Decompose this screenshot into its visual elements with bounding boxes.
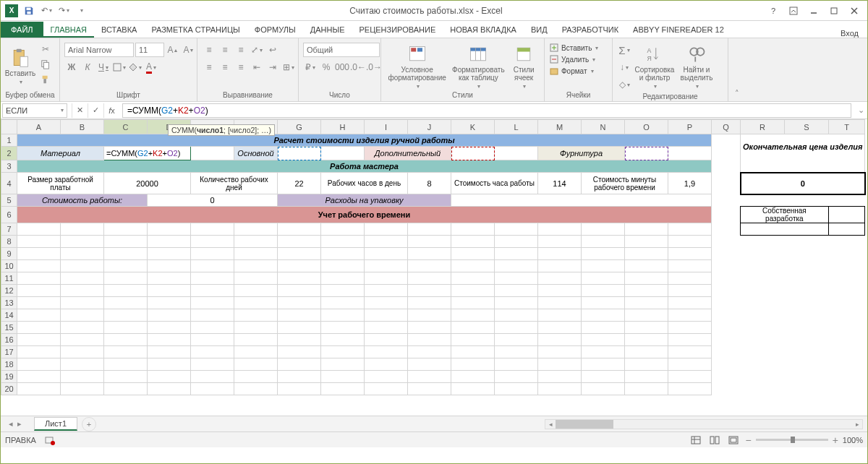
view-page-layout-icon[interactable] bbox=[707, 434, 722, 446]
cell[interactable]: Окончательная цена изделия bbox=[741, 134, 865, 160]
column-header-L[interactable]: L bbox=[495, 120, 538, 134]
cell[interactable] bbox=[538, 309, 582, 322]
cell[interactable]: 1,9 bbox=[668, 173, 712, 194]
cell[interactable]: Расчет стоимости изделия ручной работы bbox=[17, 134, 712, 147]
ribbon-tab-рецензирование[interactable]: РЕЦЕНЗИРОВАНИЕ bbox=[352, 22, 443, 38]
cell[interactable] bbox=[451, 147, 495, 160]
orientation-icon[interactable]: ⤢▾ bbox=[250, 43, 264, 57]
sheet-nav-next-icon[interactable]: ▸ bbox=[15, 419, 24, 429]
cell[interactable] bbox=[321, 223, 365, 236]
cell[interactable] bbox=[148, 236, 191, 248]
cell[interactable] bbox=[538, 334, 582, 346]
cell[interactable] bbox=[828, 272, 865, 285]
cell[interactable]: Основной bbox=[234, 147, 278, 160]
cell[interactable] bbox=[234, 358, 278, 371]
cell[interactable] bbox=[278, 272, 321, 285]
cell[interactable] bbox=[17, 309, 61, 322]
cell[interactable] bbox=[625, 358, 668, 371]
row-header-19[interactable]: 19 bbox=[1, 371, 17, 383]
column-header-N[interactable]: N bbox=[582, 120, 625, 134]
increase-decimal-icon[interactable]: .0← bbox=[351, 60, 365, 74]
cells-format-button[interactable]: Формат▾ bbox=[549, 66, 594, 76]
cell[interactable] bbox=[365, 334, 408, 346]
cell[interactable]: 0 bbox=[148, 194, 278, 207]
cell[interactable] bbox=[104, 272, 148, 285]
cell[interactable] bbox=[741, 223, 829, 236]
align-center-icon[interactable]: ≡ bbox=[218, 60, 232, 74]
cell[interactable] bbox=[104, 334, 148, 346]
cell[interactable] bbox=[828, 236, 865, 248]
cell[interactable] bbox=[538, 322, 582, 334]
cell[interactable]: Дополнительный bbox=[365, 147, 451, 160]
wrap-text-icon[interactable]: ↩ bbox=[265, 43, 280, 57]
formula-expand-icon[interactable]: ⌄ bbox=[854, 106, 867, 115]
cell[interactable] bbox=[408, 285, 451, 297]
cell[interactable]: 22 bbox=[278, 173, 321, 194]
cell[interactable] bbox=[828, 223, 865, 236]
ribbon-options-icon[interactable] bbox=[783, 3, 804, 19]
select-all-corner[interactable] bbox=[1, 120, 17, 134]
cell[interactable] bbox=[712, 194, 741, 207]
cell[interactable] bbox=[625, 236, 668, 248]
column-header-T[interactable]: T bbox=[828, 120, 865, 134]
cell[interactable] bbox=[234, 297, 278, 309]
cell[interactable] bbox=[712, 272, 741, 285]
cell[interactable] bbox=[17, 383, 61, 395]
cell[interactable] bbox=[17, 297, 61, 309]
cell[interactable] bbox=[451, 358, 495, 371]
cell[interactable] bbox=[17, 285, 61, 297]
cell[interactable] bbox=[828, 309, 865, 322]
cell[interactable] bbox=[321, 309, 365, 322]
cell[interactable] bbox=[741, 297, 785, 309]
cell[interactable] bbox=[625, 334, 668, 346]
cell[interactable] bbox=[104, 371, 148, 383]
cell[interactable] bbox=[495, 309, 538, 322]
cell[interactable] bbox=[668, 322, 712, 334]
zoom-level[interactable]: 100% bbox=[843, 436, 863, 444]
column-header-M[interactable]: M bbox=[538, 120, 582, 134]
cell[interactable] bbox=[668, 260, 712, 272]
cell[interactable] bbox=[828, 285, 865, 297]
minimize-icon[interactable] bbox=[804, 3, 824, 19]
cell[interactable] bbox=[365, 272, 408, 285]
cell[interactable] bbox=[828, 371, 865, 383]
cell[interactable] bbox=[712, 236, 741, 248]
cell[interactable] bbox=[451, 309, 495, 322]
cell[interactable] bbox=[365, 297, 408, 309]
cell[interactable] bbox=[365, 309, 408, 322]
cell[interactable] bbox=[234, 272, 278, 285]
cells-insert-button[interactable]: Вставить▾ bbox=[549, 43, 598, 53]
indent-increase-icon[interactable]: ⇥ bbox=[265, 60, 280, 74]
cell[interactable] bbox=[321, 346, 365, 358]
column-header-G[interactable]: G bbox=[278, 120, 321, 134]
cell[interactable] bbox=[234, 285, 278, 297]
cell[interactable] bbox=[365, 358, 408, 371]
cell[interactable] bbox=[784, 309, 828, 322]
cell[interactable] bbox=[365, 371, 408, 383]
font-size-select[interactable] bbox=[135, 43, 164, 57]
row-header-9[interactable]: 9 bbox=[1, 248, 17, 260]
cell[interactable] bbox=[668, 285, 712, 297]
insert-function-icon[interactable]: fx bbox=[103, 103, 119, 118]
column-header-P[interactable]: P bbox=[668, 120, 712, 134]
cell[interactable] bbox=[741, 322, 785, 334]
cell[interactable] bbox=[582, 371, 625, 383]
cell[interactable] bbox=[495, 147, 538, 160]
cell[interactable] bbox=[61, 285, 104, 297]
format-as-table-button[interactable]: Форматировать как таблицу▾ bbox=[451, 43, 505, 90]
cell[interactable] bbox=[828, 194, 865, 207]
formula-input[interactable]: =СУММ(G2+K2+O2) bbox=[122, 103, 851, 118]
cell[interactable] bbox=[61, 236, 104, 248]
format-painter-icon[interactable] bbox=[38, 73, 53, 86]
cell[interactable] bbox=[712, 147, 741, 160]
cell[interactable] bbox=[784, 272, 828, 285]
cell[interactable]: Стоимость работы: bbox=[17, 194, 148, 207]
cell[interactable] bbox=[104, 297, 148, 309]
macro-record-icon[interactable] bbox=[45, 435, 55, 445]
file-tab[interactable]: ФАЙЛ bbox=[1, 22, 43, 38]
ribbon-tab-данные[interactable]: ДАННЫЕ bbox=[303, 22, 352, 38]
column-header-B[interactable]: B bbox=[61, 120, 104, 134]
cell[interactable] bbox=[784, 358, 828, 371]
cell[interactable] bbox=[451, 236, 495, 248]
cell[interactable] bbox=[625, 223, 668, 236]
